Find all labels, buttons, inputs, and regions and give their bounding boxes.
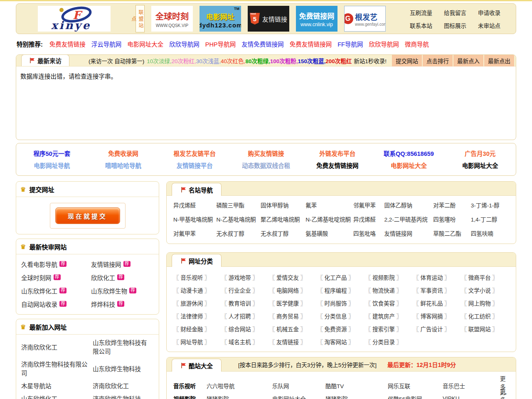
category-link[interactable]: 医学健康	[269, 299, 317, 307]
category-link[interactable]: 商务贸易	[269, 312, 317, 320]
site-link[interactable]: 邻氟甲苯	[353, 201, 384, 209]
recommend-link[interactable]: PHP导航网	[205, 39, 236, 48]
ad-link[interactable]: 外链发布平台	[302, 149, 373, 158]
more-link[interactable]: 更多>>	[500, 387, 509, 399]
site-link[interactable]: 电影网址大全	[272, 394, 325, 399]
site-link[interactable]: 自动网站收录	[21, 300, 57, 308]
union-sites-badge[interactable]: 联盟站点	[135, 5, 145, 32]
site-link[interactable]: 友情链接网	[384, 229, 433, 237]
category-link[interactable]: 域名主机	[221, 337, 269, 346]
category-link[interactable]: 化工纺织	[461, 312, 509, 320]
site-link[interactable]: 固体乙醇钠	[384, 201, 433, 209]
visitors-action-button[interactable]: 最新点入	[453, 55, 483, 66]
site-link[interactable]: 异戊烯醛	[173, 201, 216, 209]
site-link[interactable]: 1,4-丁二醇	[471, 215, 509, 223]
recommend-link[interactable]: 欣欣导航网	[369, 39, 399, 48]
site-link[interactable]: 磷酸三甲酯	[216, 201, 261, 209]
site-link[interactable]: 山东欣烨化工	[21, 286, 57, 295]
recommend-link[interactable]: FF导航网	[337, 39, 363, 48]
ad-link[interactable]: 购买友情链接	[230, 149, 302, 158]
ad-link[interactable]: 根发艺友链平台	[159, 149, 230, 158]
site-link[interactable]: N-乙基吡咯烷酮	[216, 215, 261, 223]
site-link[interactable]: 山东欣烨生物科技有限公司	[93, 337, 154, 358]
site-link[interactable]: 山东欣烨生物	[91, 286, 127, 295]
site-link[interactable]: 山东欣烨生物科技	[93, 363, 154, 376]
site-link[interactable]: 猪猪影院	[325, 394, 388, 399]
header-link[interactable]: 联系本站	[410, 21, 432, 30]
tab-famous-sites[interactable]: 名站导航	[172, 183, 222, 196]
site-link[interactable]: 异戊烯醛	[353, 215, 384, 223]
category-link[interactable]: 网址导航	[173, 337, 221, 346]
tab-latest-visitors[interactable]: 最新来访	[21, 54, 69, 66]
recommend-link[interactable]: 友情免费链接网	[241, 39, 284, 48]
site-link[interactable]: 济南欣欣化工	[93, 380, 154, 393]
banner-html5-links[interactable]: html 5 友情链接	[248, 6, 289, 32]
site-link[interactable]: 猪猪影院	[207, 394, 272, 399]
category-link[interactable]: 友情链接	[269, 337, 317, 346]
ad-link[interactable]: 免费收录网	[88, 149, 159, 158]
category-link[interactable]: 体育运动	[413, 273, 461, 281]
recommend-link[interactable]: 浮云导航网	[91, 39, 122, 48]
category-link[interactable]: 法律律师	[173, 312, 221, 320]
recommend-link[interactable]: 电影网址大全	[127, 39, 163, 48]
site-link[interactable]: 烨烨科技	[91, 300, 115, 308]
site-link[interactable]: 网乐互联	[388, 382, 443, 390]
ad-link[interactable]: 免费友情链接网	[302, 161, 373, 170]
category-link[interactable]: 视频影院	[365, 273, 413, 281]
site-link[interactable]: 音乐巴士	[443, 382, 500, 390]
category-link[interactable]: 化工产品	[317, 273, 365, 281]
category-link[interactable]: 军事资讯	[413, 286, 461, 294]
category-link[interactable]: 文学小说	[461, 286, 509, 294]
category-link[interactable]: 饮食美容	[365, 299, 413, 307]
banner-genfayi[interactable]: G 根发艺 www.genfayi.com	[344, 6, 386, 32]
recommend-link[interactable]: 欣欣导航网	[169, 39, 200, 48]
submit-now-button[interactable]: 现在就提交	[55, 207, 120, 224]
site-link[interactable]: 四氢呋喃	[471, 229, 509, 237]
ad-link[interactable]: 动态数据双线合租	[230, 161, 302, 170]
header-link[interactable]: 未审站点	[478, 21, 500, 30]
ad-link[interactable]: 广告月30元	[444, 149, 516, 158]
category-link[interactable]: 建筑房产	[365, 312, 413, 320]
site-logo[interactable]: F xinye	[38, 6, 111, 32]
site-link[interactable]: 2,2-二甲硫基丙烷	[384, 215, 433, 223]
ad-link[interactable]: 友情链接平台	[159, 161, 230, 170]
ad-link[interactable]: 联系QQ:85618659	[373, 149, 445, 158]
site-link[interactable]: 济南欣烨生物科技有限公司	[21, 358, 93, 380]
category-link[interactable]: 时尚服饰	[317, 299, 365, 307]
site-link[interactable]: 聚乙烯吡咯烷酮	[261, 215, 305, 223]
category-link[interactable]: 网上购物	[461, 299, 509, 307]
site-link[interactable]: 四氢吡咯	[353, 229, 384, 237]
site-link[interactable]: 3-丁烯-1-醇	[471, 201, 509, 209]
ad-link[interactable]: 电影网址导航	[16, 161, 88, 170]
site-link[interactable]: N-乙烯基吡啶烷酮	[305, 215, 353, 223]
site-link[interactable]: 对氟甲苯	[173, 229, 216, 237]
category-link[interactable]: 旅游休闲	[173, 299, 221, 307]
banner-qqsk[interactable]: 全球时刻 WWW.QQSK.VIP	[151, 6, 193, 32]
category-link[interactable]: 广告设计	[413, 325, 461, 333]
category-link[interactable]: 机械五金	[269, 325, 317, 333]
header-link[interactable]: 申请收录	[478, 8, 500, 17]
category-link[interactable]: 人才招聘	[221, 312, 269, 320]
visitors-action-button[interactable]: 最新点出	[484, 55, 514, 66]
site-link[interactable]: 久看电影导航	[21, 260, 57, 268]
category-link[interactable]: 博客网摘	[413, 312, 461, 320]
site-link[interactable]: 优酷56电影网	[388, 394, 443, 399]
recommend-link[interactable]: 免费友情链接	[49, 39, 86, 48]
category-link[interactable]: 音乐视听	[173, 273, 221, 281]
category-link[interactable]: 分类目录	[365, 337, 413, 346]
site-link[interactable]: 济南欣烨生物科技	[93, 393, 154, 399]
category-link[interactable]: 财经金融	[173, 325, 221, 333]
header-link[interactable]: 互刷流量	[410, 8, 432, 17]
site-link[interactable]: 无水叔丁醇	[216, 229, 261, 237]
tab-cool-sites[interactable]: 酷站大全	[172, 359, 222, 372]
category-link[interactable]: 淘客网站	[317, 337, 365, 346]
banner-dydh123[interactable]: TM 电影网址 dydh123.com	[200, 6, 241, 32]
category-link[interactable]: 行业企业	[221, 286, 269, 294]
category-link[interactable]: 动漫卡通	[173, 286, 221, 294]
recommend-link[interactable]: 免费友情链接网	[290, 39, 332, 48]
site-link[interactable]: 对苯二酚	[433, 201, 470, 209]
site-link[interactable]: 济南欣欣化工	[21, 341, 93, 354]
site-link[interactable]: N-甲基吡咯烷酮	[173, 215, 216, 223]
tab-categories[interactable]: 网址分类	[172, 254, 222, 267]
header-link[interactable]: 给我留言	[444, 8, 466, 17]
